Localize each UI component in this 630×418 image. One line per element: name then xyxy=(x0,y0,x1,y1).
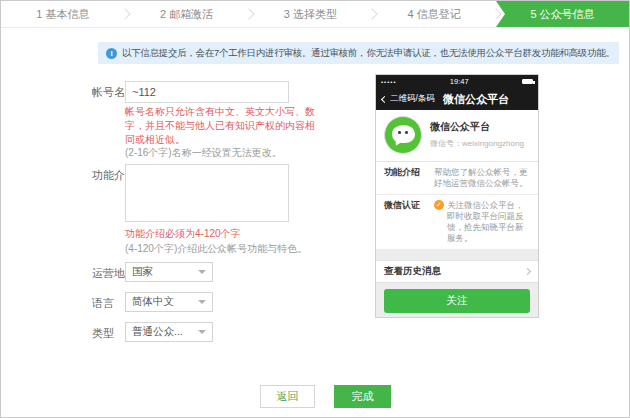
step-choose-type[interactable]: 3 选择类型 xyxy=(249,1,373,27)
chevron-right-icon xyxy=(490,8,501,19)
signal-dots-icon: ••••• xyxy=(381,79,397,85)
nav-title: 微信公众平台 xyxy=(443,92,509,107)
verify-section-row: 微信认证 ✓ 关注微信公众平台，即时收取平台问题反馈，抢先知晓平台新服务。 xyxy=(376,195,538,250)
region-select[interactable]: 国家 xyxy=(125,262,213,282)
account-name-hint: (2-16个字)名称一经设置无法更改。 xyxy=(125,146,282,160)
step-label: 5 公众号信息 xyxy=(530,7,594,22)
info-icon: i xyxy=(106,48,117,59)
review-info-banner: i 以下信息提交后，会在7个工作日内进行审核。通过审核前，你无法申请认证，也无法… xyxy=(98,42,619,64)
chevron-left-icon xyxy=(381,95,388,102)
chevron-down-icon xyxy=(198,270,206,274)
view-history-label: 查看历史消息 xyxy=(384,265,441,278)
phone-preview: ••••• 19:47 二维码/条码 微信公众平台 微信公众平台 微信号：wei… xyxy=(375,74,539,318)
battery-icon xyxy=(522,79,533,84)
intro-hint: (4-120个字)介绍此公众帐号功能与特色。 xyxy=(125,242,307,256)
verified-badge-icon: ✓ xyxy=(434,200,444,210)
intro-section-text: 帮助您了解公众帐号，更好地运营微信公众帐号。 xyxy=(434,167,530,189)
step-account-info-active[interactable]: 5 公众号信息 xyxy=(496,1,629,27)
intro-error: 功能介绍必须为4-120个字 xyxy=(125,227,315,241)
view-history-row: 查看历史消息 xyxy=(376,260,538,283)
back-button[interactable]: 返回 xyxy=(260,385,315,408)
account-name: 微信公众平台 xyxy=(430,120,490,134)
language-select-value: 简体中文 xyxy=(132,295,174,309)
banner-text: 以下信息提交后，会在7个工作日内进行审核。通过审核前，你无法申请认证，也无法使用… xyxy=(122,47,615,60)
step-label: 4 信息登记 xyxy=(408,7,461,22)
step-email-activation[interactable]: 2 邮箱激活 xyxy=(125,1,249,27)
wechat-logo-avatar xyxy=(384,116,422,154)
step-info-registration[interactable]: 4 信息登记 xyxy=(372,1,496,27)
verify-section-label: 微信认证 xyxy=(384,200,434,244)
phone-nav-bar: 二维码/条码 微信公众平台 xyxy=(376,88,538,110)
intro-section-row: 功能介绍 帮助您了解公众帐号，更好地运营微信公众帐号。 xyxy=(376,162,538,195)
account-name-input[interactable] xyxy=(125,81,289,103)
wechat-id: 微信号：weixingongzhong xyxy=(430,138,524,149)
done-button[interactable]: 完成 xyxy=(334,385,391,408)
type-select[interactable]: 普通公众... xyxy=(125,322,213,342)
wechat-mp-registration-page: 1 基本信息 2 邮箱激活 3 选择类型 4 信息登记 5 公众号信息 i 以下… xyxy=(0,0,630,418)
chevron-down-icon xyxy=(198,330,206,334)
type-label: 类型 xyxy=(92,326,114,341)
step-label: 2 邮箱激活 xyxy=(160,7,213,22)
verify-section-text: 关注微信公众平台，即时收取平台问题反馈，抢先知晓平台新服务。 xyxy=(447,200,530,244)
step-label: 1 基本信息 xyxy=(36,7,89,22)
chevron-right-icon xyxy=(524,268,531,275)
intro-textarea[interactable] xyxy=(125,164,289,222)
nav-back-label: 二维码/条码 xyxy=(390,93,435,105)
intro-section-label: 功能介绍 xyxy=(384,167,434,189)
account-profile-card: 微信公众平台 微信号：weixingongzhong xyxy=(376,110,538,162)
language-select[interactable]: 简体中文 xyxy=(125,292,213,312)
chevron-down-icon xyxy=(198,300,206,304)
step-label: 3 选择类型 xyxy=(284,7,337,22)
step-wizard: 1 基本信息 2 邮箱激活 3 选择类型 4 信息登记 5 公众号信息 xyxy=(1,1,629,28)
language-label: 语言 xyxy=(92,296,114,311)
region-select-value: 国家 xyxy=(132,265,153,279)
phone-status-bar: ••••• 19:47 xyxy=(376,75,538,88)
type-select-value: 普通公众... xyxy=(132,325,183,339)
follow-button: 关注 xyxy=(384,289,530,313)
step-basic-info[interactable]: 1 基本信息 xyxy=(1,1,125,27)
status-time: 19:47 xyxy=(450,77,469,86)
account-name-error: 帐号名称只允许含有中文、英文大小写、数字，并且不能与他人已有知识产权的内容相同或… xyxy=(125,105,315,147)
